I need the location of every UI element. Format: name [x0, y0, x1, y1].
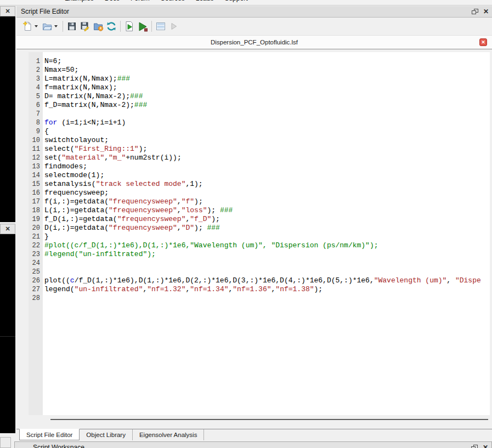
code-token: "frequencysweep"	[109, 197, 177, 206]
line-number: 9	[29, 127, 43, 136]
code-line[interactable]: D(i,:)=getdata("frequencysweep","D"); ##…	[44, 224, 490, 232]
file-tab-bar: Dispersion_PCF_Optofluidic.lsf ✕	[16, 35, 492, 49]
code-token: ,	[177, 197, 182, 206]
menu-item-docs[interactable]: Docs	[99, 0, 125, 3]
save-as-icon	[80, 21, 91, 32]
code-line[interactable]: findmodes;	[44, 162, 490, 171]
code-line[interactable]: setanalysis("track selected mode",1);	[44, 180, 490, 189]
menu-item-loads[interactable]: Loads	[190, 0, 219, 3]
new-script-button[interactable]	[21, 20, 34, 33]
open-script-icon	[42, 21, 53, 32]
bottom-tab-bar: Script File EditorObject LibraryEigensol…	[16, 429, 492, 440]
code-token: "frequencysweep"	[109, 206, 177, 214]
code-line[interactable]	[44, 259, 490, 268]
code-token: legend(	[44, 285, 75, 293]
code-token: f=matrix(N,Nmax);	[44, 83, 117, 92]
close-file-button[interactable]: ✕	[479, 38, 487, 46]
code-line[interactable]: f(i,:)=getdata("frequencysweep","f");	[44, 197, 490, 206]
code-token: f_D(i,:)=getdata(	[44, 215, 117, 223]
code-token: switchtolayout;	[44, 136, 109, 144]
code-line[interactable]: }	[44, 232, 490, 241]
code-line[interactable]: plot((c/f_D(1,:)*1e6),D(1,:)*1e6,D(2,:)*…	[44, 276, 490, 285]
code-line[interactable]	[44, 268, 490, 276]
line-number: 19	[29, 215, 43, 224]
float-panel-icon[interactable]	[471, 445, 478, 448]
save-button[interactable]	[65, 20, 78, 33]
code-line[interactable]: select("First_Ring::1");	[44, 145, 490, 154]
close-panel-icon[interactable]: ✕	[483, 8, 489, 15]
tab-object-library[interactable]: Object Library	[80, 429, 133, 440]
code-line[interactable]: #legend("un-infiltrated");	[44, 250, 490, 259]
menu-item-forum[interactable]: Forum	[125, 0, 155, 3]
panel-title-bar: Script File Editor ✕	[16, 6, 492, 18]
menu-item-support[interactable]: Support	[219, 0, 253, 3]
code-token: }	[44, 232, 49, 241]
horizontal-scrollbar[interactable]	[50, 419, 488, 420]
code-line[interactable]: selectmode(1);	[44, 171, 490, 180]
code-token: "D"	[182, 224, 194, 232]
new-script-dropdown-icon[interactable]	[35, 25, 38, 27]
code-line[interactable]: switchtolayout;	[44, 136, 490, 145]
code-line[interactable]: {	[44, 127, 490, 136]
line-number: 11	[29, 145, 43, 154]
code-token: );	[314, 285, 323, 293]
code-line[interactable]	[44, 110, 490, 118]
code-line[interactable]: f=matrix(N,Nmax);	[44, 83, 490, 92]
code-token: ###	[130, 92, 143, 100]
open-script-dropdown-icon[interactable]	[54, 25, 58, 27]
code-line[interactable]: #plot((c/f_D(1,:)*1e6),D(1,:)*1e6,"Wavel…	[44, 241, 490, 250]
run-script-button[interactable]	[136, 20, 149, 33]
code-token: L=matrix(N,Nmax);	[44, 75, 117, 83]
code-line[interactable]: f_D=matrix(N,Nmax-2);###	[44, 101, 490, 110]
script-list-button[interactable]	[154, 20, 167, 33]
code-token: );	[139, 145, 148, 153]
line-number: 21	[29, 232, 43, 241]
code-line[interactable]: for (i=1;i<N;i=i+1)	[44, 118, 490, 127]
code-line[interactable]	[44, 294, 490, 303]
toolbar-separator	[151, 21, 152, 32]
close-icon[interactable]: ✕	[5, 226, 10, 232]
tab-script-file-editor[interactable]: Script File Editor	[19, 429, 80, 440]
code-token: ###	[220, 206, 233, 214]
code-line[interactable]: N=6;	[44, 57, 490, 66]
file-name: Dispersion_PCF_Optofluidic.lsf	[211, 39, 298, 46]
save-as-button[interactable]	[78, 20, 92, 33]
folder-badge-button[interactable]	[92, 20, 105, 33]
close-panel-icon[interactable]: ✕	[483, 444, 488, 448]
line-number: 2	[29, 66, 43, 75]
code-line[interactable]: D= matrix(N,Nmax-2);###	[44, 92, 490, 101]
code-token: #plot((c/f_D(1,:)*1e6),D(1,:)*1e6,"Wavel…	[44, 241, 378, 249]
code-area[interactable]: N=6;Nmax=50;L=matrix(N,Nmax);###f=matrix…	[43, 52, 490, 415]
tab-eigensolver-analysis[interactable]: Eigensolver Analysis	[133, 429, 204, 440]
code-token: set(	[44, 154, 61, 162]
code-token: );	[207, 206, 219, 214]
code-line[interactable]: f_D(i,:)=getdata("frequencysweep","f_D")…	[44, 215, 490, 224]
code-line[interactable]: L(i,:)=getdata("frequencysweep","loss");…	[44, 206, 490, 215]
toolbar	[16, 18, 492, 35]
float-panel-icon[interactable]	[472, 9, 478, 15]
line-number: 10	[29, 136, 43, 145]
toolbar-separator	[63, 21, 63, 32]
code-line[interactable]: legend("un-infiltrated","nf=1.32","nf=1.…	[44, 285, 490, 294]
code-editor[interactable]: 1234567891011121314151617181920212223242…	[29, 52, 490, 415]
line-number: 28	[29, 294, 43, 303]
line-number: 3	[29, 75, 43, 83]
save-icon	[66, 21, 77, 32]
code-token: "f_D"	[190, 215, 211, 223]
run-script-file-button[interactable]	[123, 20, 136, 33]
close-icon[interactable]: ✕	[5, 8, 10, 14]
code-token: f_D=matrix(N,Nmax-2);	[44, 101, 134, 109]
refresh-button[interactable]	[105, 20, 118, 33]
menu-item-examples[interactable]: Examples	[59, 0, 99, 3]
code-token: ###	[207, 224, 219, 232]
line-number: 17	[29, 197, 43, 206]
open-script-button[interactable]	[41, 20, 54, 33]
code-line[interactable]: set("material","m_"+num2str(i));	[44, 154, 490, 162]
code-line[interactable]: frequencysweep;	[44, 189, 490, 197]
bottom-panel-title: Script Workspace	[33, 444, 471, 448]
code-token: (i=1;i<N;i=i+1)	[57, 118, 126, 127]
code-line[interactable]: L=matrix(N,Nmax);###	[44, 75, 490, 83]
line-number: 14	[29, 171, 43, 180]
menu-item-sources[interactable]: Sources	[155, 0, 190, 3]
code-line[interactable]: Nmax=50;	[44, 66, 490, 75]
